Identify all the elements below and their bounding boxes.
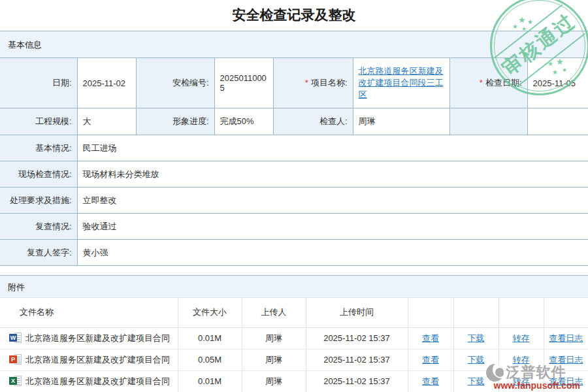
column-header-file-size: 文件大小 [178,298,242,327]
recheck-sign-label: 复查人签字: [0,240,77,266]
column-header-file-name: 文件名称 [0,298,178,327]
basic-situation-label: 基本情况: [0,135,77,161]
scale-label: 工程规模: [0,108,77,135]
required-asterisk: * [305,78,308,88]
check-date-label-text: 检查日期: [485,78,522,88]
required-asterisk: * [480,78,483,88]
view-link[interactable]: 查看 [422,333,439,343]
view-log-link[interactable]: 查看日志 [549,333,583,343]
excel-file-icon: X [9,376,22,386]
attachment-row: X 北京路道服务区新建及改扩建项目合同 0.01M 周琳 2025-11-02 … [0,370,588,392]
project-name-value: 北京路道服务区新建及改扩建项目合同段三工区 [353,58,449,108]
basic-info-table: 日期: 2025-11-02 安检编号: 20250110005 *项目名称: … [0,57,588,266]
inspection-no-label: 安检编号: [136,58,214,108]
inspector-value: 周琳 [353,108,449,135]
empty-value-cell [527,108,588,135]
date-label: 日期: [0,58,77,108]
inspection-no-value: 20250110005 [214,58,273,108]
column-header-action-4 [544,298,588,327]
file-size: 0.05M [178,349,242,370]
view-link[interactable]: 查看 [422,376,439,386]
file-name: 北京路道服务区新建及改扩建项目合同 [25,376,170,386]
ppt-file-icon: P [9,354,22,365]
file-name-cell: X 北京路道服务区新建及改扩建项目合同 [0,370,178,392]
view-log-link[interactable]: 查看日志 [549,376,583,386]
transfer-link[interactable]: 转存 [513,333,530,343]
download-link[interactable]: 下载 [468,376,485,386]
view-log-link[interactable]: 查看日志 [549,355,583,365]
check-date-value: 2025-11-05 [527,58,588,108]
file-uploader: 周琳 [242,349,306,370]
attachments-table: 文件名称 文件大小 上传人 上传时间 W 北京路道服务区新建及改扩建项目合同 0… [0,298,588,392]
file-upload-time: 2025-11-02 15:37 [306,349,408,370]
attachment-row: P 北京路道服务区新建及改扩建项目合同 0.05M 周琳 2025-11-02 … [0,349,588,370]
progress-value: 完成50% [214,108,273,135]
attachment-row: W 北京路道服务区新建及改扩建项目合同 0.01M 周琳 2025-11-02 … [0,327,588,349]
file-size: 0.01M [178,370,242,392]
basic-situation-value: 民工进场 [77,135,588,161]
progress-label: 形象进度: [136,108,214,135]
scale-value: 大 [77,108,136,135]
view-link[interactable]: 查看 [422,355,439,365]
file-name-cell: W 北京路道服务区新建及改扩建项目合同 [0,327,178,349]
site-check-value: 现场材料未分类堆放 [77,161,588,188]
project-name-label: *项目名称: [273,58,353,108]
file-uploader: 周琳 [242,370,306,392]
file-name-cell: P 北京路道服务区新建及改扩建项目合同 [0,349,178,370]
site-check-label: 现场检查情况: [0,161,77,188]
column-header-upload-time: 上传时间 [306,298,408,327]
project-name-link[interactable]: 北京路道服务区新建及改扩建项目合同段三工区 [359,66,444,99]
file-upload-time: 2025-11-02 15:37 [306,327,408,349]
basic-info-section-header: 基本信息 [0,31,588,57]
date-value: 2025-11-02 [77,58,136,108]
safety-inspection-record-page: 安全检查记录及整改 基本信息 日期: 2025-11-02 安检编号: 2025… [0,0,588,392]
column-header-uploader: 上传人 [242,298,306,327]
file-upload-time: 2025-11-02 15:37 [306,370,408,392]
inspector-label: 检查人: [273,108,353,135]
recheck-value: 验收通过 [77,214,588,240]
file-size: 0.01M [178,327,242,349]
download-link[interactable]: 下载 [468,333,485,343]
column-header-action-1 [408,298,453,327]
measures-label: 处理要求及措施: [0,188,77,214]
check-date-label: *检查日期: [449,58,527,108]
word-file-icon: W [9,333,22,343]
download-link[interactable]: 下载 [468,355,485,365]
empty-label-cell [449,108,527,135]
file-name: 北京路道服务区新建及改扩建项目合同 [25,333,170,343]
page-title: 安全检查记录及整改 [0,0,588,30]
transfer-link[interactable]: 转存 [513,376,530,386]
attachments-section-header: 附件 [0,275,588,298]
column-header-action-3 [498,298,544,327]
file-name: 北京路道服务区新建及改扩建项目合同 [25,355,170,365]
transfer-link[interactable]: 转存 [513,355,530,365]
project-name-label-text: 项目名称: [311,78,348,88]
recheck-sign-value: 黄小强 [77,240,588,266]
file-uploader: 周琳 [242,327,306,349]
column-header-action-2 [453,298,498,327]
recheck-label: 复查情况: [0,214,77,240]
measures-value: 立即整改 [77,188,588,214]
